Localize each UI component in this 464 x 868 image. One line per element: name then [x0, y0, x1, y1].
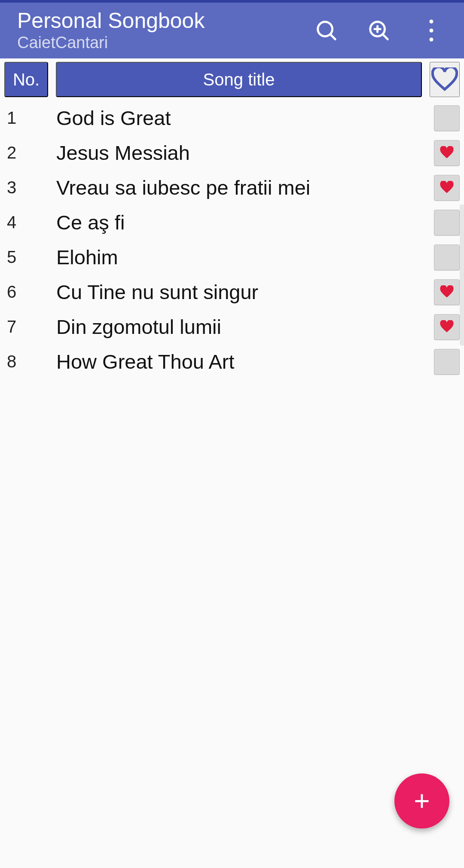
song-row[interactable]: 6Cu Tine nu sunt singur: [0, 275, 464, 309]
song-title: Vreau sa iubesc pe fratii mei: [56, 176, 430, 199]
song-title: Cu Tine nu sunt singur: [56, 280, 430, 304]
song-number: 5: [7, 248, 56, 267]
column-headers: No. Song title: [0, 58, 464, 101]
song-row[interactable]: 1God is Great: [0, 101, 464, 135]
favorite-toggle[interactable]: [434, 105, 460, 131]
favorite-toggle[interactable]: [434, 314, 460, 340]
song-number: 2: [7, 143, 56, 162]
favorite-toggle[interactable]: [434, 245, 460, 270]
heart-icon: [440, 181, 454, 194]
heart-icon: [440, 146, 454, 159]
heart-icon: [440, 285, 454, 299]
song-row[interactable]: 4Ce aş fi: [0, 205, 464, 240]
song-title: Elohim: [56, 245, 430, 269]
song-row[interactable]: 3Vreau sa iubesc pe fratii mei: [0, 170, 464, 205]
favorite-toggle[interactable]: [434, 279, 460, 305]
favorite-toggle[interactable]: [434, 175, 460, 201]
heart-icon: [440, 320, 454, 333]
song-number: 1: [7, 108, 56, 128]
app-titles: Personal Songbook CaietCantari: [17, 9, 205, 52]
song-title: How Great Thou Art: [56, 350, 430, 373]
add-song-button[interactable]: +: [394, 773, 449, 828]
song-row[interactable]: 8How Great Thou Art: [0, 344, 464, 379]
song-title: God is Great: [56, 106, 430, 130]
song-number: 3: [7, 178, 56, 197]
svg-point-7: [430, 29, 433, 33]
song-number: 6: [7, 282, 56, 302]
svg-point-6: [430, 20, 433, 24]
song-number: 8: [7, 352, 56, 371]
song-row[interactable]: 2Jesus Messiah: [0, 135, 464, 170]
song-title: Ce aş fi: [56, 211, 430, 234]
song-row[interactable]: 5Elohim: [0, 240, 464, 275]
app-title: Personal Songbook: [17, 9, 205, 34]
sort-by-title-button[interactable]: Song title: [56, 62, 422, 97]
favorite-toggle[interactable]: [434, 140, 460, 166]
app-subtitle: CaietCantari: [17, 34, 205, 52]
search-icon[interactable]: [311, 15, 342, 46]
zoom-in-icon[interactable]: [363, 15, 394, 46]
overflow-menu-icon[interactable]: [416, 15, 447, 46]
favorite-toggle[interactable]: [434, 349, 460, 375]
scrollbar[interactable]: [460, 205, 464, 345]
svg-line-3: [383, 34, 388, 39]
app-bar: Personal Songbook CaietCantari: [0, 3, 464, 58]
song-row[interactable]: 7Din zgomotul lumii: [0, 309, 464, 344]
filter-favorites-button[interactable]: [430, 62, 460, 97]
song-number: 7: [7, 317, 56, 336]
song-list: 1God is Great2Jesus Messiah3Vreau sa iub…: [0, 101, 464, 379]
song-number: 4: [7, 213, 56, 232]
song-title: Din zgomotul lumii: [56, 315, 430, 339]
song-title: Jesus Messiah: [56, 141, 430, 165]
favorite-toggle[interactable]: [434, 210, 460, 235]
svg-line-1: [330, 34, 335, 39]
svg-point-8: [430, 38, 433, 42]
app-bar-actions: [311, 15, 447, 46]
sort-by-number-button[interactable]: No.: [4, 62, 48, 97]
plus-icon: +: [414, 787, 430, 815]
